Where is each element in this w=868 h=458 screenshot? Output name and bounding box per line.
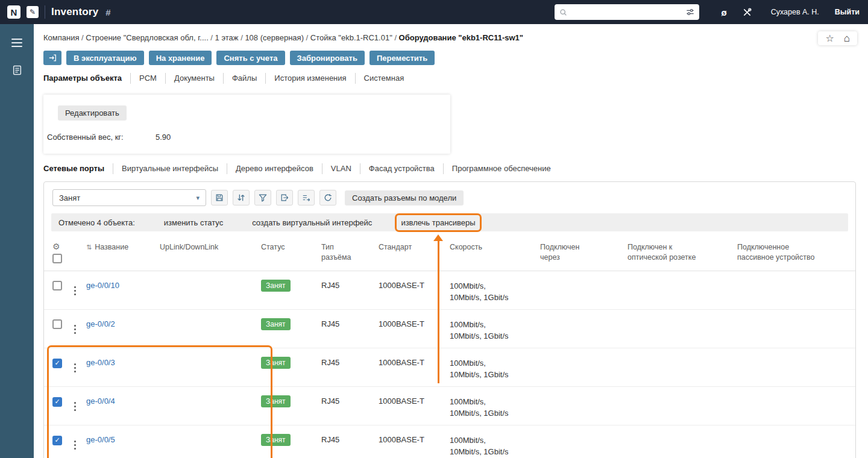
port-name-link[interactable]: ge-0/0/3 <box>86 358 115 367</box>
row-checkbox[interactable] <box>52 281 62 290</box>
optical-socket-cell <box>627 348 737 358</box>
numbering-icon[interactable]: # <box>105 7 110 17</box>
filter-icon-button[interactable] <box>254 190 271 205</box>
row-menu-icon[interactable] <box>71 439 80 451</box>
row-menu-icon[interactable] <box>71 324 80 335</box>
breadcrumb-separator: / <box>392 33 399 42</box>
breadcrumb-separator: / <box>239 33 245 42</box>
row-checkbox[interactable]: ✓ <box>52 436 62 445</box>
user-name[interactable]: Сухарев А. Н. <box>771 8 819 16</box>
menu-icon[interactable] <box>9 36 25 49</box>
save-icon-button[interactable] <box>211 190 228 205</box>
app-logo[interactable]: N <box>7 5 20 19</box>
chevron-down-icon: ▾ <box>196 194 200 202</box>
breadcrumb-segment[interactable]: 1 этаж <box>215 33 239 42</box>
selection-action[interactable]: извлечь трансиверы <box>401 218 475 227</box>
status-filter-select[interactable]: Занят ▾ <box>52 189 206 206</box>
search-input[interactable] <box>571 8 682 16</box>
breadcrumb-separator: / <box>209 33 215 42</box>
status-badge: Занят <box>261 318 291 330</box>
port-name-link[interactable]: ge-0/0/10 <box>86 281 119 290</box>
optical-socket-cell <box>627 310 737 319</box>
breadcrumb-segment[interactable]: Стойка "ekb.1-RC1.01" <box>310 33 392 42</box>
row-menu-icon[interactable] <box>71 362 80 374</box>
breadcrumb-segment[interactable]: 108 (серверная) <box>245 33 304 42</box>
connected-via-cell <box>540 387 627 397</box>
row-menu-icon[interactable] <box>71 285 80 296</box>
export-list-icon-button[interactable] <box>298 190 315 205</box>
edit-button[interactable]: Редактировать <box>58 105 127 121</box>
document-icon[interactable] <box>12 65 22 75</box>
refresh-icon-button[interactable] <box>319 190 336 205</box>
connector-type-cell: RJ45 <box>321 271 379 290</box>
export-icon-button[interactable] <box>276 190 293 205</box>
action-button-0[interactable]: В эксплуатацию <box>66 51 144 65</box>
connector-type-cell: RJ45 <box>321 425 379 444</box>
home-icon[interactable]: ⌂ <box>844 33 850 43</box>
breadcrumb: Компания / Строение "Свердловская обл, г… <box>43 31 523 43</box>
move-in-icon-button[interactable] <box>43 51 61 65</box>
tab-object-2[interactable]: Документы <box>165 73 223 84</box>
sort-icon[interactable]: ⇅ <box>86 243 92 251</box>
tab-object-5[interactable]: Системная <box>355 73 413 84</box>
column-header-optical-socket: Подключен к оптической розетке <box>627 241 737 263</box>
uplink-cell <box>160 387 261 397</box>
tab-object-0[interactable]: Параметры объекта <box>43 73 130 84</box>
selection-action[interactable]: изменить статус <box>164 218 223 227</box>
speed-cell: 100Mbit/s, 10Mbit/s, 1Gbit/s <box>450 397 517 419</box>
action-button-1[interactable]: На хранение <box>149 51 212 65</box>
favorites-box: ☆ ⌂ <box>818 31 857 45</box>
app-logo-letter: N <box>11 7 17 17</box>
status-filter-value: Занят <box>59 193 80 202</box>
sort-icon-button[interactable] <box>233 190 250 205</box>
row-checkbox[interactable]: ✓ <box>52 359 62 368</box>
logout-button[interactable]: Выйти <box>835 8 860 16</box>
breadcrumb-segment[interactable]: Компания <box>43 33 80 42</box>
selection-bar: Отмечено 4 объекта: изменить статуссозда… <box>51 213 848 231</box>
column-header-name[interactable]: ⇅Название <box>86 241 160 253</box>
port-name-link[interactable]: ge-0/0/4 <box>86 397 115 406</box>
tab-detail-0[interactable]: Сетевые порты <box>43 163 113 174</box>
column-header-connected-via: Подключен через <box>540 241 627 263</box>
eye-off-icon[interactable]: ø <box>721 7 726 17</box>
search-filter-icon[interactable] <box>686 8 694 16</box>
tab-detail-1[interactable]: Виртуальные интерфейсы <box>113 163 227 174</box>
select-all-checkbox[interactable] <box>52 254 62 263</box>
ports-panel: Занят ▾ Создать разъемы по модели <box>43 181 856 458</box>
tab-detail-4[interactable]: Фасад устройства <box>360 163 443 174</box>
uplink-cell <box>160 425 261 435</box>
tab-object-1[interactable]: PCM <box>130 73 165 84</box>
row-menu-icon[interactable] <box>71 401 80 412</box>
tab-object-3[interactable]: Файлы <box>223 73 265 84</box>
search-box[interactable] <box>555 4 699 20</box>
speed-cell: 100Mbit/s, 10Mbit/s, 1Gbit/s <box>450 281 517 304</box>
table-body: ge-0/0/10ЗанятRJ451000BASE-T100Mbit/s, 1… <box>44 271 855 458</box>
passive-device-cell <box>737 271 847 281</box>
optical-socket-cell <box>627 387 737 397</box>
standard-cell: 1000BASE-T <box>379 425 450 444</box>
action-button-2[interactable]: Снять с учета <box>216 51 285 65</box>
uplink-cell <box>160 348 261 358</box>
breadcrumb-segment[interactable]: Строение "Свердловская обл, г.... <box>86 33 208 42</box>
favorite-star-icon[interactable]: ☆ <box>825 34 834 43</box>
create-connectors-button[interactable]: Создать разъемы по модели <box>345 190 464 205</box>
tab-detail-5[interactable]: Программное обеспечение <box>443 163 559 174</box>
tab-detail-2[interactable]: Дерево интерфейсов <box>227 163 322 174</box>
action-buttons: В эксплуатациюНа хранениеСнять с учетаЗа… <box>43 51 868 65</box>
port-name-link[interactable]: ge-0/0/2 <box>86 319 115 328</box>
detail-tabs: Сетевые портыВиртуальные интерфейсыДерев… <box>43 163 868 174</box>
selection-action[interactable]: создать виртуальный интерфейс <box>252 218 372 227</box>
action-button-4[interactable]: Переместить <box>370 51 435 65</box>
table-row: ✓ge-0/0/5ЗанятRJ451000BASE-T100Mbit/s, 1… <box>44 425 855 458</box>
row-checkbox[interactable]: ✓ <box>52 397 62 407</box>
column-header-status: Статус <box>261 241 321 253</box>
tab-object-4[interactable]: История изменения <box>265 73 354 84</box>
action-button-3[interactable]: Забронировать <box>290 51 365 65</box>
row-checkbox[interactable] <box>52 319 62 329</box>
edit-mode-icon[interactable]: ✎ <box>27 6 39 18</box>
tab-detail-3[interactable]: VLAN <box>322 163 360 174</box>
breadcrumb-current: Оборудование "ekb1-RC11-sw1" <box>399 33 523 42</box>
port-name-link[interactable]: ge-0/0/5 <box>86 435 115 444</box>
gear-icon[interactable]: ⚙ <box>52 242 71 251</box>
tools-icon[interactable] <box>743 8 752 17</box>
